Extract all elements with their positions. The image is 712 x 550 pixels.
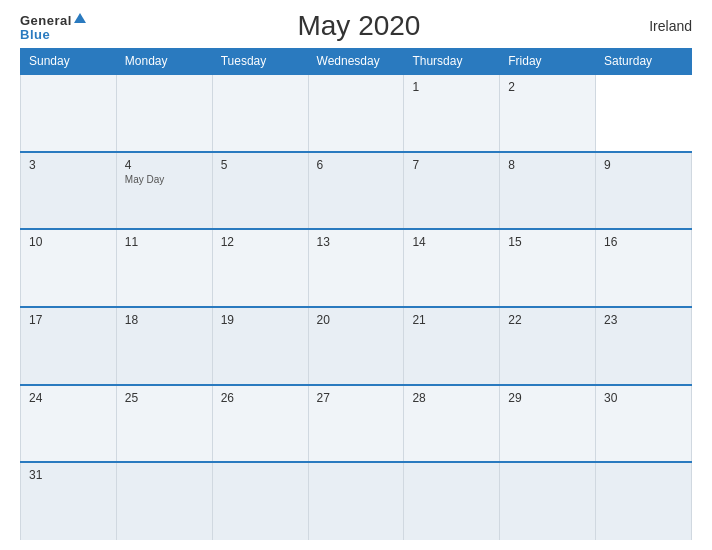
day-cell-5: 5 (212, 152, 308, 230)
day-cell-11: 11 (116, 229, 212, 307)
empty-cell (21, 74, 117, 152)
day-cell-19: 19 (212, 307, 308, 385)
weekday-header-saturday: Saturday (596, 49, 692, 75)
day-cell-21: 21 (404, 307, 500, 385)
weekday-header-sunday: Sunday (21, 49, 117, 75)
day-cell-6: 6 (308, 152, 404, 230)
week-row-5: 31 (21, 462, 692, 540)
weekday-header-wednesday: Wednesday (308, 49, 404, 75)
day-cell-8: 8 (500, 152, 596, 230)
day-cell-30: 30 (596, 385, 692, 463)
country-label: Ireland (632, 18, 692, 34)
day-cell-29: 29 (500, 385, 596, 463)
day-cell-empty (596, 462, 692, 540)
day-cell-empty (308, 462, 404, 540)
day-cell-17: 17 (21, 307, 117, 385)
calendar-table: SundayMondayTuesdayWednesdayThursdayFrid… (20, 48, 692, 540)
day-cell-26: 26 (212, 385, 308, 463)
week-row-2: 10111213141516 (21, 229, 692, 307)
day-cell-empty (500, 462, 596, 540)
day-cell-16: 16 (596, 229, 692, 307)
day-cell-24: 24 (21, 385, 117, 463)
day-cell-28: 28 (404, 385, 500, 463)
day-cell-empty (404, 462, 500, 540)
day-cell-23: 23 (596, 307, 692, 385)
weekday-header-friday: Friday (500, 49, 596, 75)
day-cell-9: 9 (596, 152, 692, 230)
empty-cell (212, 74, 308, 152)
day-cell-15: 15 (500, 229, 596, 307)
week-row-3: 17181920212223 (21, 307, 692, 385)
day-cell-14: 14 (404, 229, 500, 307)
logo: General Blue (20, 12, 86, 41)
logo-blue-text: Blue (20, 28, 50, 41)
logo-general-text: General (20, 12, 86, 28)
weekday-header-thursday: Thursday (404, 49, 500, 75)
empty-cell (116, 74, 212, 152)
empty-cell (308, 74, 404, 152)
day-cell-12: 12 (212, 229, 308, 307)
day-cell-27: 27 (308, 385, 404, 463)
day-cell-20: 20 (308, 307, 404, 385)
day-cell-13: 13 (308, 229, 404, 307)
day-cell-22: 22 (500, 307, 596, 385)
week-row-1: 34May Day56789 (21, 152, 692, 230)
day-cell-empty (116, 462, 212, 540)
day-cell: 2 (500, 74, 596, 152)
weekday-header-monday: Monday (116, 49, 212, 75)
day-cell-31: 31 (21, 462, 117, 540)
logo-triangle-icon (74, 13, 86, 23)
calendar-header: General Blue May 2020 Ireland (20, 10, 692, 42)
day-cell: 1 (404, 74, 500, 152)
weekday-header-tuesday: Tuesday (212, 49, 308, 75)
week-row-0: 12 (21, 74, 692, 152)
day-cell-25: 25 (116, 385, 212, 463)
day-cell-empty (212, 462, 308, 540)
weekday-header-row: SundayMondayTuesdayWednesdayThursdayFrid… (21, 49, 692, 75)
calendar-title: May 2020 (86, 10, 632, 42)
day-cell-7: 7 (404, 152, 500, 230)
week-row-4: 24252627282930 (21, 385, 692, 463)
day-cell-3: 3 (21, 152, 117, 230)
day-cell-4: 4May Day (116, 152, 212, 230)
day-cell-10: 10 (21, 229, 117, 307)
day-cell-18: 18 (116, 307, 212, 385)
